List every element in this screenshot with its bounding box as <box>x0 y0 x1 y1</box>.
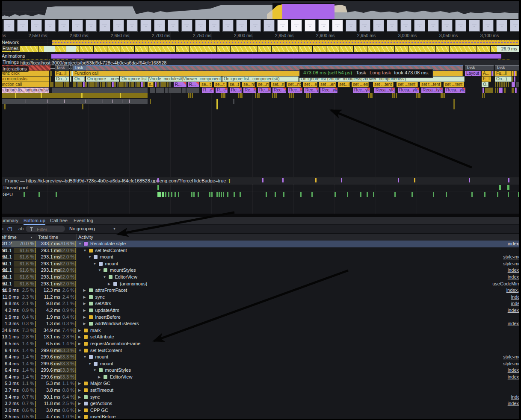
expand-icon[interactable]: ▶ <box>108 281 110 288</box>
col-activity[interactable]: Activity <box>78 235 93 240</box>
flame-segment[interactable]: Layout <box>465 71 481 76</box>
main-flame-chart[interactable]: TaskTaskTaskTaskTaskEvent: clickFu...llF… <box>0 65 521 112</box>
screenshot-thumb[interactable] <box>44 20 56 32</box>
flame-segment[interactable]: se...t <box>214 82 227 87</box>
flame-segment[interactable]: Reca...tyle <box>421 88 443 93</box>
flame-segment[interactable]: On ignore list (\/node_modules\/|\/bower… <box>120 76 222 82</box>
expand-icon[interactable]: ▶ <box>78 387 81 394</box>
screenshot-thumb[interactable] <box>168 20 179 32</box>
screenshot-thumb[interactable] <box>483 20 494 32</box>
screenshot-thumb[interactable] <box>236 20 247 32</box>
source-link[interactable]: style-mod <box>503 361 521 367</box>
screenshot-filmstrip[interactable] <box>0 19 521 32</box>
frame-duration-badge[interactable]: 26.9 ms <box>497 46 519 52</box>
collapse-icon[interactable]: ▼ <box>83 247 87 254</box>
flame-segment[interactable]: Re...le <box>258 88 271 93</box>
screenshot-thumb[interactable] <box>318 20 329 32</box>
animations-track-bar[interactable] <box>51 54 501 59</box>
flame-segment[interactable]: R...e <box>202 88 214 93</box>
screenshot-thumb[interactable] <box>31 20 42 32</box>
flame-segment[interactable]: Rec...le <box>288 88 302 93</box>
tab-bottom-up[interactable]: Bottom-up <box>24 217 45 225</box>
frame-block[interactable] <box>107 46 121 52</box>
frame-block[interactable] <box>203 46 216 52</box>
flame-segment[interactable]: Rec...yle <box>320 88 337 93</box>
frame-block[interactable] <box>299 46 312 52</box>
frame-block[interactable] <box>258 46 271 52</box>
frame-block[interactable] <box>477 46 490 52</box>
flame-segment[interactable]: se...nt <box>242 82 255 87</box>
expand-icon[interactable]: ▶ <box>78 407 81 414</box>
flame-segment[interactable]: Reca...yle <box>374 88 395 93</box>
expand-icon[interactable]: ▶ <box>83 294 86 301</box>
flame-segment[interactable]: Task <box>465 65 494 70</box>
expand-icon[interactable]: ▶ <box>83 314 86 321</box>
screenshot-thumb[interactable] <box>455 20 466 32</box>
grouping-select[interactable]: No grouping <box>69 226 95 231</box>
frame-block[interactable] <box>463 46 477 52</box>
main-thread-header[interactable]: Main — http://localhost:3000/projects/bd… <box>0 60 521 66</box>
screenshot-thumb[interactable] <box>291 20 302 32</box>
frame-block[interactable] <box>436 46 449 52</box>
frame-block[interactable] <box>381 46 394 52</box>
flame-segment[interactable]: O... <box>482 82 488 87</box>
frame-block[interactable] <box>25 46 38 52</box>
panel-splitter[interactable] <box>0 214 521 217</box>
collapse-icon[interactable]: ▼ <box>93 367 97 374</box>
frame-block[interactable] <box>326 46 340 52</box>
screenshot-thumb[interactable] <box>127 20 138 32</box>
flame-segment[interactable]: set ...tent <box>373 82 394 87</box>
collapse-icon[interactable]: ▼ <box>103 274 107 281</box>
frame-block[interactable] <box>409 46 422 52</box>
frame-block[interactable] <box>231 46 244 52</box>
screenshot-thumb[interactable] <box>86 20 97 32</box>
expand-icon[interactable]: ▶ <box>78 327 81 334</box>
screenshot-thumb[interactable] <box>346 20 357 32</box>
flame-segment[interactable] <box>70 76 71 82</box>
expand-icon[interactable]: ▶ <box>83 300 86 307</box>
flame-segment[interactable]: On ignore lis...omponents\/) <box>0 88 49 93</box>
table-row[interactable]: 331.2 ms70.0 %333.7 ms70.6 %▼Recalculate… <box>0 241 521 247</box>
table-row[interactable]: 6.4 ms1.4 %299.6 ms63.3 %▼set textConten… <box>0 347 521 354</box>
table-row[interactable]: 9.8 ms2.1 %9.8 ms2.1 %▶setAttrsindex. <box>0 300 521 307</box>
screenshot-thumb[interactable] <box>140 20 151 32</box>
flame-segment[interactable] <box>0 93 148 98</box>
frame-block-idle[interactable] <box>44 46 55 52</box>
table-row[interactable]: 291.1 ms61.6 %293.1 ms62.0 %▼mountstyle-… <box>0 261 521 267</box>
tab-event-log[interactable]: Event log <box>74 217 93 224</box>
col-total-time[interactable]: Total time <box>38 235 58 240</box>
sort-arrow-icon[interactable]: ▼ <box>30 236 33 239</box>
flame-segment[interactable]: R... <box>174 82 186 87</box>
tab-summary[interactable]: Summary <box>0 217 18 224</box>
frame-block[interactable] <box>395 46 408 52</box>
frame-block[interactable] <box>94 46 107 52</box>
collapse-icon[interactable]: ▼ <box>88 361 92 367</box>
screenshot-thumb[interactable] <box>332 20 343 32</box>
screenshot-thumb[interactable] <box>277 20 288 32</box>
expand-icon[interactable]: ▶ <box>78 394 81 401</box>
flame-segment[interactable]: set ...ent <box>319 82 336 87</box>
screenshot-thumb[interactable] <box>99 20 110 32</box>
flame-segment[interactable]: Rec...yle <box>304 88 319 93</box>
flame-segment[interactable] <box>50 76 51 82</box>
frame-block[interactable] <box>121 46 134 52</box>
table-row[interactable]: 3.4 ms0.7 %30.1 ms6.4 %▶syncindex. <box>0 394 521 401</box>
flame-segment[interactable]: set t...tent <box>420 82 441 87</box>
table-row[interactable]: 3.0 ms0.6 %3.0 ms0.6 %▶CPP GC <box>0 407 521 414</box>
flame-segment[interactable]: R... <box>188 82 199 87</box>
frame-block[interactable] <box>217 46 230 52</box>
flame-segment[interactable]: Reca...yle <box>445 88 465 93</box>
flame-segment[interactable]: se...t <box>200 82 212 87</box>
flame-segment[interactable] <box>67 82 69 87</box>
screenshot-thumb[interactable] <box>359 20 370 32</box>
frame-block[interactable] <box>148 46 162 52</box>
flame-segment[interactable] <box>52 88 73 93</box>
screenshot-thumb[interactable] <box>387 20 398 32</box>
frame-track-header[interactable]: Frame — https://id-preview--bd53fd9d-728… <box>0 177 521 184</box>
flame-segment[interactable] <box>71 65 73 70</box>
frame-block-idle[interactable] <box>66 46 76 52</box>
network-track-bar[interactable] <box>52 40 521 45</box>
frame-block[interactable] <box>450 46 463 52</box>
tab-call-tree[interactable]: Call tree <box>50 217 68 224</box>
flame-segment[interactable]: s..t <box>148 82 154 87</box>
